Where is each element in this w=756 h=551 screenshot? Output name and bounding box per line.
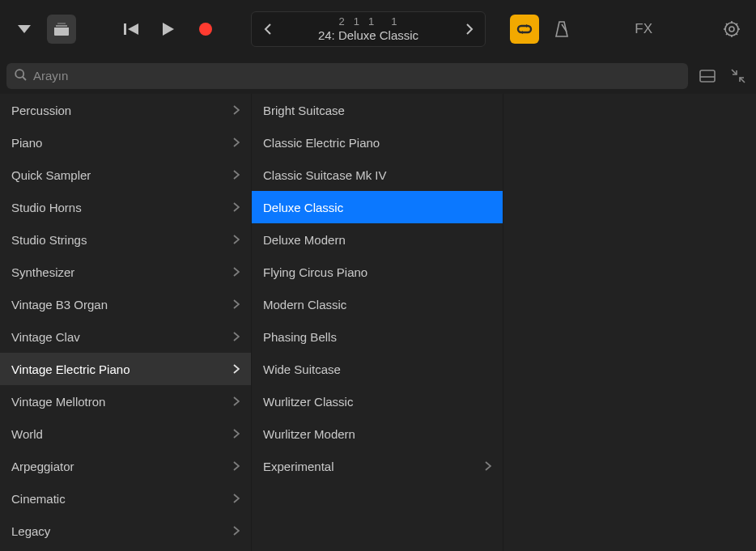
play-button[interactable] <box>154 15 183 44</box>
search-icon <box>15 69 27 83</box>
svg-point-15 <box>15 70 23 78</box>
category-row[interactable]: World <box>0 417 251 450</box>
disclosure-button[interactable] <box>10 15 39 44</box>
lcd-position: 2111 <box>335 16 402 28</box>
preset-row[interactable]: Phasing Bells <box>252 320 503 353</box>
preset-label: Phasing Bells <box>263 330 337 344</box>
svg-line-20 <box>740 78 745 83</box>
record-button[interactable] <box>191 15 220 44</box>
preset-row[interactable]: Classic Electric Piano <box>252 126 503 159</box>
svg-line-16 <box>23 77 26 80</box>
category-row[interactable]: Arpeggiator <box>0 450 251 482</box>
preset-row[interactable]: Modern Classic <box>252 288 503 320</box>
svg-rect-17 <box>700 70 715 82</box>
chevron-right-icon <box>233 427 240 441</box>
preset-label: Experimental <box>263 460 334 473</box>
svg-marker-0 <box>18 25 31 33</box>
preset-label: Wurlitzer Modern <box>263 427 355 441</box>
search-box[interactable] <box>6 63 688 89</box>
chevron-right-icon <box>233 298 240 312</box>
lcd-prev-button[interactable] <box>258 20 276 38</box>
category-label: Studio Strings <box>11 233 87 247</box>
category-row[interactable]: Legacy <box>0 515 251 547</box>
category-row[interactable]: Vintage B3 Organ <box>0 288 251 320</box>
category-label: Percussion <box>11 104 71 117</box>
chevron-right-icon <box>485 460 491 473</box>
preset-label: Wide Suitcase <box>263 362 341 376</box>
category-row[interactable]: Synthesizer <box>0 256 251 288</box>
category-row[interactable]: Quick Sampler <box>0 159 251 191</box>
chevron-right-icon <box>233 395 240 409</box>
top-toolbar: 2111 24: Deluxe Classic FX <box>0 0 756 58</box>
chevron-right-icon <box>233 362 240 376</box>
preset-row[interactable]: Wurlitzer Modern <box>252 417 503 450</box>
metronome-button[interactable] <box>547 15 576 44</box>
category-label: Quick Sampler <box>11 168 91 182</box>
category-label: World <box>11 427 43 441</box>
category-row[interactable]: Piano <box>0 126 251 159</box>
category-label: Arpeggiator <box>11 460 74 473</box>
chevron-right-icon <box>233 492 240 506</box>
category-label: Piano <box>11 136 42 150</box>
svg-point-4 <box>199 23 212 36</box>
chevron-right-icon <box>233 460 240 473</box>
view-mode-button[interactable] <box>696 65 719 87</box>
chevron-right-icon <box>233 233 240 247</box>
preset-row[interactable]: Deluxe Classic <box>252 191 503 223</box>
preset-label: Classic Electric Piano <box>263 136 380 150</box>
category-label: Studio Horns <box>11 201 82 214</box>
preset-browser: PercussionPianoQuick SamplerStudio Horns… <box>0 94 756 551</box>
category-row[interactable]: Studio Strings <box>0 223 251 256</box>
search-row <box>0 58 756 94</box>
chevron-right-icon <box>233 524 240 538</box>
settings-gear-button[interactable] <box>717 15 746 44</box>
preset-row[interactable]: Deluxe Modern <box>252 223 503 256</box>
category-label: Vintage Electric Piano <box>11 362 130 376</box>
preset-row[interactable]: Wide Suitcase <box>252 353 503 385</box>
lcd-title: 24: Deluxe Classic <box>318 28 418 42</box>
preset-column: Bright SuitcaseClassic Electric PianoCla… <box>252 94 503 551</box>
preset-label: Deluxe Modern <box>263 233 346 247</box>
category-label: Cinematic <box>11 492 66 506</box>
category-column: PercussionPianoQuick SamplerStudio Horns… <box>0 94 252 551</box>
category-label: Vintage Mellotron <box>11 395 105 409</box>
preset-row[interactable]: Classic Suitcase Mk IV <box>252 159 503 191</box>
preset-label: Classic Suitcase Mk IV <box>263 168 387 182</box>
preset-label: Wurlitzer Classic <box>263 395 353 409</box>
chevron-right-icon <box>233 201 240 214</box>
preset-row[interactable]: Flying Circus Piano <box>252 256 503 288</box>
lcd-next-button[interactable] <box>461 20 478 38</box>
category-row[interactable]: Cinematic <box>0 482 251 515</box>
preset-label: Modern Classic <box>263 298 346 312</box>
svg-rect-1 <box>124 23 126 35</box>
cycle-button[interactable] <box>510 15 539 44</box>
chevron-right-icon <box>233 136 240 150</box>
category-label: Legacy <box>11 524 50 538</box>
category-row[interactable]: Vintage Electric Piano <box>0 353 251 385</box>
svg-line-19 <box>732 70 737 74</box>
preset-label: Bright Suitcase <box>263 104 345 117</box>
chevron-right-icon <box>233 265 240 279</box>
category-row[interactable]: Studio Horns <box>0 191 251 223</box>
preset-row[interactable]: Bright Suitcase <box>252 94 503 126</box>
preset-label: Deluxe Classic <box>263 201 343 214</box>
library-button[interactable] <box>47 15 76 44</box>
svg-marker-3 <box>163 23 174 36</box>
preset-row[interactable]: Wurlitzer Classic <box>252 385 503 417</box>
svg-point-6 <box>729 27 734 32</box>
search-input[interactable] <box>33 69 680 83</box>
detail-column <box>503 94 756 551</box>
fx-button[interactable]: FX <box>626 21 660 37</box>
svg-marker-2 <box>128 23 138 35</box>
preset-row[interactable]: Experimental <box>252 450 503 482</box>
chevron-right-icon <box>233 168 240 182</box>
category-label: Vintage Clav <box>11 330 80 344</box>
collapse-button[interactable] <box>727 65 750 87</box>
category-label: Vintage B3 Organ <box>11 298 108 312</box>
category-row[interactable]: Vintage Mellotron <box>0 385 251 417</box>
rewind-button[interactable] <box>117 15 146 44</box>
category-row[interactable]: Vintage Clav <box>0 320 251 353</box>
chevron-right-icon <box>233 104 240 117</box>
preset-label: Flying Circus Piano <box>263 265 367 279</box>
category-row[interactable]: Percussion <box>0 94 251 126</box>
